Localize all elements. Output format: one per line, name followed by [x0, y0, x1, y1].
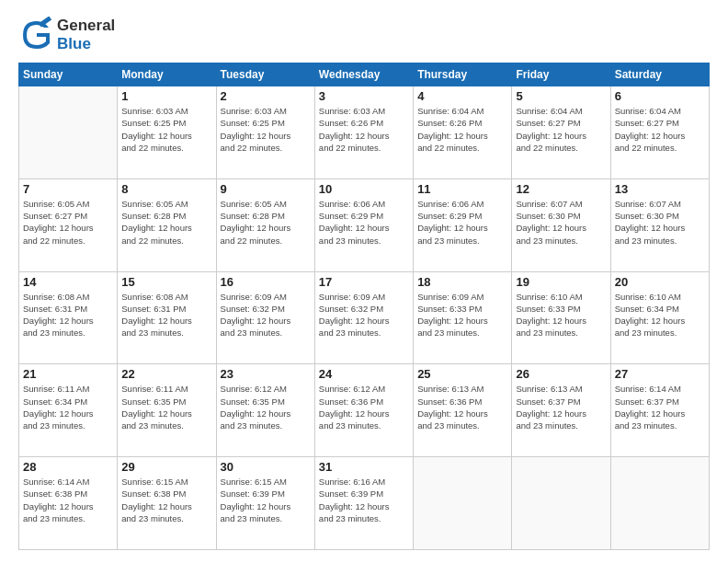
day-number: 30: [221, 460, 311, 474]
day-info: Sunrise: 6:12 AMSunset: 6:35 PMDaylight:…: [221, 383, 311, 431]
day-info: Sunrise: 6:12 AMSunset: 6:36 PMDaylight:…: [319, 383, 409, 431]
day-number: 20: [615, 275, 705, 289]
calendar-table: Sunday Monday Tuesday Wednesday Thursday…: [18, 63, 710, 550]
day-info: Sunrise: 6:04 AMSunset: 6:27 PMDaylight:…: [516, 105, 606, 154]
day-info: Sunrise: 6:04 AMSunset: 6:26 PMDaylight:…: [417, 105, 507, 154]
day-info: Sunrise: 6:03 AMSunset: 6:26 PMDaylight:…: [319, 105, 409, 154]
day-number: 26: [516, 367, 606, 381]
page: General Blue Sunday Monday Tuesday Wedne…: [0, 0, 728, 563]
table-row: 31Sunrise: 6:16 AMSunset: 6:39 PMDayligh…: [314, 457, 413, 550]
day-number: 14: [23, 275, 113, 289]
table-row: 29Sunrise: 6:15 AMSunset: 6:38 PMDayligh…: [118, 457, 216, 550]
table-row: 28Sunrise: 6:14 AMSunset: 6:38 PMDayligh…: [19, 457, 118, 550]
day-info: Sunrise: 6:11 AMSunset: 6:34 PMDaylight:…: [23, 383, 113, 431]
table-row: 20Sunrise: 6:10 AMSunset: 6:34 PMDayligh…: [610, 271, 709, 364]
table-row: [414, 457, 512, 550]
table-row: 5Sunrise: 6:04 AMSunset: 6:27 PMDaylight…: [512, 86, 610, 179]
header: General Blue: [18, 17, 710, 53]
table-row: 6Sunrise: 6:04 AMSunset: 6:27 PMDaylight…: [610, 86, 709, 179]
col-friday: Friday: [512, 63, 610, 86]
table-row: 7Sunrise: 6:05 AMSunset: 6:27 PMDaylight…: [19, 178, 118, 271]
col-sunday: Sunday: [19, 63, 118, 86]
table-row: 3Sunrise: 6:03 AMSunset: 6:26 PMDaylight…: [314, 86, 413, 179]
day-info: Sunrise: 6:07 AMSunset: 6:30 PMDaylight:…: [615, 198, 705, 247]
col-thursday: Thursday: [414, 63, 512, 86]
day-info: Sunrise: 6:04 AMSunset: 6:27 PMDaylight:…: [615, 105, 705, 154]
table-row: 18Sunrise: 6:09 AMSunset: 6:33 PMDayligh…: [414, 271, 512, 364]
day-info: Sunrise: 6:09 AMSunset: 6:33 PMDaylight:…: [417, 291, 507, 339]
calendar-week-row: 21Sunrise: 6:11 AMSunset: 6:34 PMDayligh…: [19, 364, 710, 457]
day-number: 22: [121, 367, 211, 381]
day-info: Sunrise: 6:15 AMSunset: 6:38 PMDaylight:…: [121, 476, 211, 524]
table-row: 22Sunrise: 6:11 AMSunset: 6:35 PMDayligh…: [118, 364, 216, 457]
table-row: 2Sunrise: 6:03 AMSunset: 6:25 PMDaylight…: [216, 86, 314, 179]
day-number: 21: [23, 367, 113, 381]
day-number: 1: [121, 89, 211, 103]
day-number: 18: [417, 275, 507, 289]
day-info: Sunrise: 6:13 AMSunset: 6:36 PMDaylight:…: [417, 383, 507, 431]
table-row: 13Sunrise: 6:07 AMSunset: 6:30 PMDayligh…: [610, 178, 709, 271]
day-number: 9: [221, 182, 311, 196]
day-number: 27: [615, 367, 705, 381]
col-tuesday: Tuesday: [216, 63, 314, 86]
table-row: 25Sunrise: 6:13 AMSunset: 6:36 PMDayligh…: [414, 364, 512, 457]
day-info: Sunrise: 6:05 AMSunset: 6:27 PMDaylight:…: [23, 198, 113, 247]
day-number: 10: [319, 182, 409, 196]
day-number: 16: [221, 275, 311, 289]
day-number: 28: [23, 460, 113, 474]
table-row: 8Sunrise: 6:05 AMSunset: 6:28 PMDaylight…: [118, 178, 216, 271]
table-row: 23Sunrise: 6:12 AMSunset: 6:35 PMDayligh…: [216, 364, 314, 457]
day-info: Sunrise: 6:10 AMSunset: 6:34 PMDaylight:…: [615, 291, 705, 339]
table-row: [610, 457, 709, 550]
day-number: 3: [319, 89, 409, 103]
day-number: 15: [121, 275, 211, 289]
day-info: Sunrise: 6:16 AMSunset: 6:39 PMDaylight:…: [319, 476, 409, 524]
day-info: Sunrise: 6:06 AMSunset: 6:29 PMDaylight:…: [319, 198, 409, 247]
table-row: 12Sunrise: 6:07 AMSunset: 6:30 PMDayligh…: [512, 178, 610, 271]
day-info: Sunrise: 6:08 AMSunset: 6:31 PMDaylight:…: [23, 291, 113, 339]
table-row: 27Sunrise: 6:14 AMSunset: 6:37 PMDayligh…: [610, 364, 709, 457]
day-number: 31: [319, 460, 409, 474]
table-row: 26Sunrise: 6:13 AMSunset: 6:37 PMDayligh…: [512, 364, 610, 457]
day-number: 25: [417, 367, 507, 381]
col-monday: Monday: [118, 63, 216, 86]
day-info: Sunrise: 6:14 AMSunset: 6:38 PMDaylight:…: [23, 476, 113, 524]
table-row: 1Sunrise: 6:03 AMSunset: 6:25 PMDaylight…: [118, 86, 216, 179]
day-number: 19: [516, 275, 606, 289]
calendar-week-row: 1Sunrise: 6:03 AMSunset: 6:25 PMDaylight…: [19, 86, 710, 179]
day-number: 8: [121, 182, 211, 196]
table-row: 17Sunrise: 6:09 AMSunset: 6:32 PMDayligh…: [314, 271, 413, 364]
col-saturday: Saturday: [610, 63, 709, 86]
day-info: Sunrise: 6:05 AMSunset: 6:28 PMDaylight:…: [121, 198, 211, 247]
day-number: 29: [121, 460, 211, 474]
day-info: Sunrise: 6:13 AMSunset: 6:37 PMDaylight:…: [516, 383, 606, 431]
day-number: 6: [615, 89, 705, 103]
table-row: 19Sunrise: 6:10 AMSunset: 6:33 PMDayligh…: [512, 271, 610, 364]
day-number: 2: [221, 89, 311, 103]
table-row: 30Sunrise: 6:15 AMSunset: 6:39 PMDayligh…: [216, 457, 314, 550]
day-number: 24: [319, 367, 409, 381]
day-info: Sunrise: 6:09 AMSunset: 6:32 PMDaylight:…: [319, 291, 409, 339]
day-info: Sunrise: 6:09 AMSunset: 6:32 PMDaylight:…: [221, 291, 311, 339]
day-info: Sunrise: 6:15 AMSunset: 6:39 PMDaylight:…: [221, 476, 311, 524]
day-number: 17: [319, 275, 409, 289]
day-number: 11: [417, 182, 507, 196]
table-row: 21Sunrise: 6:11 AMSunset: 6:34 PMDayligh…: [19, 364, 118, 457]
logo: General Blue: [18, 17, 115, 53]
table-row: [19, 86, 118, 179]
day-info: Sunrise: 6:03 AMSunset: 6:25 PMDaylight:…: [121, 105, 211, 154]
table-row: [512, 457, 610, 550]
day-number: 4: [417, 89, 507, 103]
day-info: Sunrise: 6:08 AMSunset: 6:31 PMDaylight:…: [121, 291, 211, 339]
day-info: Sunrise: 6:07 AMSunset: 6:30 PMDaylight:…: [516, 198, 606, 247]
table-row: 4Sunrise: 6:04 AMSunset: 6:26 PMDaylight…: [414, 86, 512, 179]
table-row: 16Sunrise: 6:09 AMSunset: 6:32 PMDayligh…: [216, 271, 314, 364]
table-row: 15Sunrise: 6:08 AMSunset: 6:31 PMDayligh…: [118, 271, 216, 364]
day-info: Sunrise: 6:14 AMSunset: 6:37 PMDaylight:…: [615, 383, 705, 431]
table-row: 11Sunrise: 6:06 AMSunset: 6:29 PMDayligh…: [414, 178, 512, 271]
calendar-week-row: 14Sunrise: 6:08 AMSunset: 6:31 PMDayligh…: [19, 271, 710, 364]
day-number: 5: [516, 89, 606, 103]
day-number: 23: [221, 367, 311, 381]
table-row: 24Sunrise: 6:12 AMSunset: 6:36 PMDayligh…: [314, 364, 413, 457]
day-info: Sunrise: 6:10 AMSunset: 6:33 PMDaylight:…: [516, 291, 606, 339]
